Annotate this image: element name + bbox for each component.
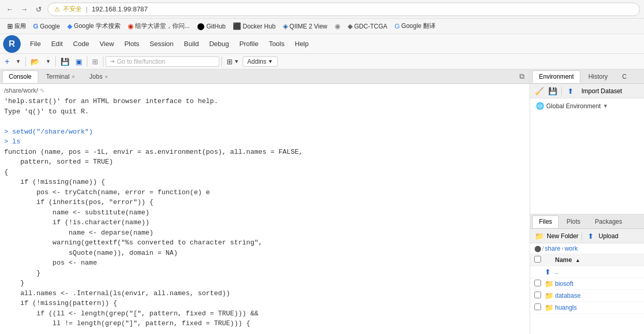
bookmark-google[interactable]: G Google xyxy=(30,21,63,31)
back-button[interactable]: ← xyxy=(4,4,16,15)
files-breadcrumb: ⬤ / share › work xyxy=(530,243,644,254)
biosoft-check[interactable] xyxy=(534,280,545,288)
bookmark-qiime[interactable]: ◈ QIIME 2 View xyxy=(280,21,331,31)
file-row-up[interactable]: ⬆ .. xyxy=(530,266,644,278)
save-button[interactable]: 💾 xyxy=(58,56,72,67)
open-file-button[interactable]: 📂 xyxy=(28,56,42,67)
select-all-checkbox[interactable] xyxy=(534,256,541,263)
address-bar[interactable]: ⚠ 不安全 | 192.168.1.99:8787 xyxy=(48,3,640,16)
address-text: 192.168.1.99:8787 xyxy=(92,5,147,13)
upload-icon-btn[interactable]: ⬆ xyxy=(585,231,596,241)
new-file-button[interactable]: + xyxy=(2,56,12,67)
bookmark-docker[interactable]: ⬛ Docker Hub xyxy=(230,21,278,31)
biosoft-checkbox[interactable] xyxy=(534,280,541,286)
bookmark-lecture[interactable]: ◉ 组学大讲堂，你问... xyxy=(125,21,193,32)
import-arrow-button[interactable]: ⬆ xyxy=(565,86,576,96)
env-tabs: Environment History C xyxy=(530,69,644,84)
header-check xyxy=(534,256,545,264)
file-row-biosoft[interactable]: 📁 biosoft xyxy=(530,278,644,290)
global-env-label: Global Environment xyxy=(546,103,601,110)
database-check[interactable] xyxy=(534,292,545,300)
console-maximize-icon[interactable]: ⧉ xyxy=(516,71,528,82)
address-separator: | xyxy=(86,5,87,13)
bookmark-gdc[interactable]: ◆ GDC-TCGA xyxy=(345,21,391,31)
tab-environment[interactable]: Environment xyxy=(532,70,580,83)
name-sort-icon[interactable]: ▲ xyxy=(575,257,580,263)
file-row-huangls[interactable]: 📁 huangls xyxy=(530,302,644,314)
menu-edit[interactable]: Edit xyxy=(46,38,68,50)
print-button[interactable]: ⊞ xyxy=(89,56,101,67)
files-content: ⬤ / share › work Name ▲ xyxy=(530,243,644,334)
save-icon: 💾 xyxy=(61,57,69,66)
terminal-close-icon[interactable]: × xyxy=(71,74,74,80)
console-content[interactable]: /share/work/ ✎ 'help.start()' for an HTM… xyxy=(0,84,530,334)
browser-bar: ← → ↺ ⚠ 不安全 | 192.168.1.99:8787 xyxy=(0,0,644,19)
right-bottom-panel: Files Plots Packages 📁 New Folder ⬆ Uplo… xyxy=(530,214,644,334)
env-sep xyxy=(561,87,562,95)
sep4 xyxy=(103,56,103,67)
bookmark-translate[interactable]: G Google 翻译 xyxy=(392,21,439,32)
path-edit-icon[interactable]: ✎ xyxy=(40,88,44,94)
tab-connections[interactable]: C xyxy=(616,70,634,83)
tab-history[interactable]: History xyxy=(581,70,614,83)
bookmarks-bar: ⊞ 应用 G Google ◆ Google 学术搜索 ◉ 组学大讲堂，你问..… xyxy=(0,19,644,34)
env-dropdown-icon: ▼ xyxy=(603,103,608,109)
huangls-checkbox[interactable] xyxy=(534,303,541,310)
tab-files[interactable]: Files xyxy=(532,215,559,228)
main-area: Console Terminal × Jobs × ⧉ /share/work/… xyxy=(0,69,644,334)
bookmark-scholar[interactable]: ◆ Google 学术搜索 xyxy=(64,21,124,32)
new-file-dropdown[interactable]: ▼ xyxy=(13,57,23,65)
tab-console[interactable]: Console xyxy=(2,70,38,83)
save-all-button[interactable]: ▣ xyxy=(73,56,85,67)
file-row-database[interactable]: 📁 database xyxy=(530,290,644,302)
bc-work[interactable]: work xyxy=(564,245,577,252)
bc-share[interactable]: share xyxy=(545,245,560,252)
menu-plots[interactable]: Plots xyxy=(119,38,144,50)
upload-icon: ⬆ xyxy=(588,232,594,240)
env-broom-button[interactable]: 🧹 xyxy=(533,86,545,96)
env-toolbar: 🧹 💾 ⬆ Import Dataset xyxy=(530,84,644,98)
env-save-button[interactable]: 💾 xyxy=(547,86,558,96)
save-all-icon: ▣ xyxy=(76,57,82,66)
open-dropdown[interactable]: ▼ xyxy=(43,57,53,65)
bookmark-github[interactable]: ⬤ GitHub xyxy=(194,21,229,31)
global-env-selector[interactable]: 🌐 Global Environment ▼ xyxy=(534,100,640,111)
tab-plots[interactable]: Plots xyxy=(560,215,587,228)
menu-debug[interactable]: Debug xyxy=(204,38,234,50)
reload-button[interactable]: ↺ xyxy=(33,4,44,15)
bc-sep1: / xyxy=(542,245,544,252)
dropdown-icon: ▼ xyxy=(16,59,21,64)
menu-tools[interactable]: Tools xyxy=(264,38,290,50)
menu-file[interactable]: File xyxy=(25,38,46,50)
import-dataset-button[interactable]: Import Dataset xyxy=(578,86,625,96)
tab-jobs[interactable]: Jobs × xyxy=(83,70,115,83)
bookmark-dot[interactable]: ◉ xyxy=(332,21,343,31)
tab-packages[interactable]: Packages xyxy=(588,215,629,228)
grid-button[interactable]: ⊞ ▼ xyxy=(224,56,242,67)
database-checkbox[interactable] xyxy=(534,292,541,298)
menu-view[interactable]: View xyxy=(94,38,119,50)
menu-help[interactable]: Help xyxy=(290,38,314,50)
menu-session[interactable]: Session xyxy=(144,38,178,50)
up-icon: ⬆ xyxy=(545,268,555,276)
huangls-name: huangls xyxy=(555,304,640,311)
console-line-16: } xyxy=(4,278,526,288)
upload-label[interactable]: Upload xyxy=(598,233,618,240)
forward-button[interactable]: → xyxy=(19,4,30,15)
left-panel: Console Terminal × Jobs × ⧉ /share/work/… xyxy=(0,69,530,334)
new-file-icon: + xyxy=(5,57,9,66)
console-line-13: sQuote(name)), domain = NA) xyxy=(4,248,526,258)
new-folder-label[interactable]: New Folder xyxy=(547,233,578,240)
addins-button[interactable]: Addins ▼ xyxy=(243,56,278,67)
tab-terminal[interactable]: Terminal × xyxy=(39,70,82,83)
menu-profile[interactable]: Profile xyxy=(234,38,264,50)
sep3 xyxy=(87,56,87,67)
huangls-check[interactable] xyxy=(534,303,545,312)
menu-code[interactable]: Code xyxy=(68,38,94,50)
goto-file-bar[interactable]: ➔ Go to file/function xyxy=(106,56,219,67)
r-logo: R xyxy=(3,35,21,53)
new-folder-icon-btn[interactable]: 📁 xyxy=(533,231,545,241)
menu-build[interactable]: Build xyxy=(179,38,204,50)
jobs-close-icon[interactable]: × xyxy=(104,74,108,80)
bookmark-apps[interactable]: ⊞ 应用 xyxy=(4,21,29,31)
